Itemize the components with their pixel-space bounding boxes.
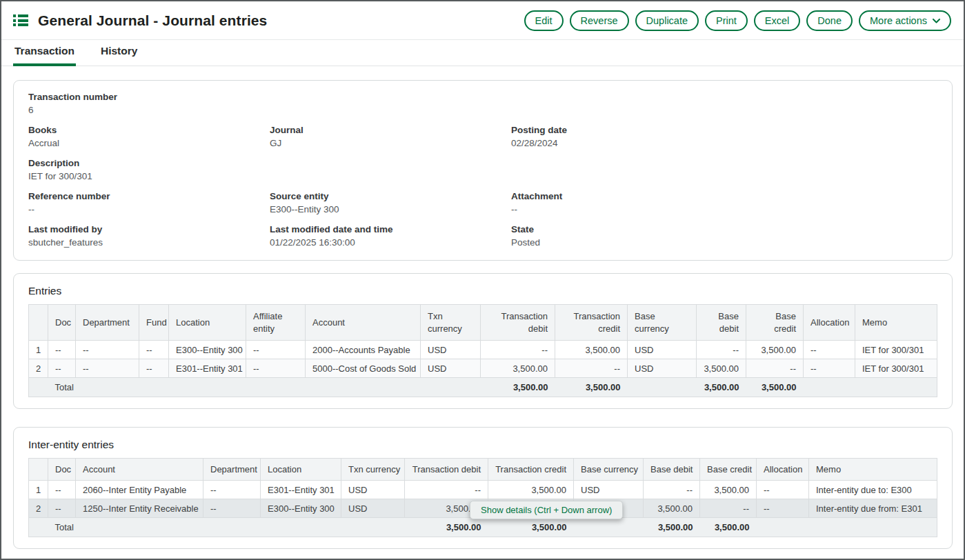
column-header: Location bbox=[261, 459, 341, 481]
cell-memo: IET for 300/301 bbox=[855, 359, 937, 378]
row-number: 2 bbox=[29, 499, 48, 518]
cell-doc: -- bbox=[48, 499, 76, 518]
column-header: Fund bbox=[139, 305, 169, 341]
entries-row-1[interactable]: 1 -- -- -- E300--Entity 300 -- 2000--Acc… bbox=[29, 341, 937, 359]
tab-transaction[interactable]: Transaction bbox=[13, 45, 76, 66]
field-value: Posted bbox=[511, 237, 935, 248]
done-button[interactable]: Done bbox=[806, 10, 853, 31]
page-title: General Journal - Journal entries bbox=[38, 12, 267, 29]
column-header: Allocation bbox=[804, 305, 855, 341]
field-label: State bbox=[511, 224, 935, 235]
column-header: Transaction debit bbox=[405, 459, 488, 481]
chevron-down-icon bbox=[933, 19, 940, 23]
column-header: Transaction credit bbox=[555, 305, 628, 341]
column-header: Base debit bbox=[644, 459, 700, 481]
field-reference-number: Reference number -- bbox=[28, 191, 270, 215]
cell-account: 2060--Inter Entity Payable bbox=[76, 481, 203, 499]
cell-memo: Inter-entity due to: E300 bbox=[809, 481, 937, 499]
cell-account: 1250--Inter Entity Receivable bbox=[76, 499, 203, 518]
cell-allocation: -- bbox=[757, 499, 809, 518]
field-value: 01/22/2025 16:30:00 bbox=[270, 237, 511, 248]
edit-button[interactable]: Edit bbox=[524, 10, 564, 31]
field-attachment: Attachment -- bbox=[511, 191, 935, 215]
entries-table: Doc Department Fund Location Affiliate e… bbox=[28, 304, 937, 397]
tooltip-text: Show details (Ctrl + Down arrow) bbox=[481, 505, 612, 515]
column-header: Allocation bbox=[757, 459, 809, 481]
total-transaction-debit: 3,500.00 bbox=[405, 518, 488, 537]
cell-fund: -- bbox=[139, 341, 169, 359]
field-label: Books bbox=[28, 125, 270, 136]
column-header: Base credit bbox=[700, 459, 757, 481]
cell-base-currency: USD bbox=[574, 481, 644, 499]
cell-transaction-debit: 3,500.00 bbox=[481, 359, 555, 378]
journal-entry-page: General Journal - Journal entries Edit R… bbox=[0, 0, 965, 560]
column-header: Account bbox=[306, 305, 421, 341]
column-header: Transaction debit bbox=[481, 305, 555, 341]
field-transaction-number: Transaction number 6 bbox=[28, 92, 270, 116]
more-actions-button[interactable]: More actions bbox=[859, 10, 951, 31]
tab-history[interactable]: History bbox=[99, 45, 139, 66]
top-bar: General Journal - Journal entries Edit R… bbox=[1, 1, 964, 40]
excel-button[interactable]: Excel bbox=[754, 10, 800, 31]
inter-entity-title: Inter-entity entries bbox=[28, 439, 937, 451]
cell-memo: Inter-entity due from: E301 bbox=[809, 499, 937, 518]
field-value: 6 bbox=[28, 105, 270, 116]
cell-department: -- bbox=[203, 499, 261, 518]
inter-entity-header-row: Doc Account Department Location Txn curr… bbox=[29, 459, 937, 481]
reverse-button[interactable]: Reverse bbox=[570, 10, 629, 31]
cell-location: E301--Entity 301 bbox=[261, 481, 341, 499]
cell-doc: -- bbox=[48, 481, 76, 499]
field-value: 02/28/2024 bbox=[511, 138, 935, 149]
column-header: Department bbox=[76, 305, 139, 341]
column-header: Base debit bbox=[697, 305, 746, 341]
entries-row-2[interactable]: 2 -- -- -- E301--Entity 301 -- 5000--Cos… bbox=[29, 359, 937, 378]
cell-base-credit: -- bbox=[746, 359, 804, 378]
column-header bbox=[29, 305, 48, 341]
duplicate-button[interactable]: Duplicate bbox=[635, 10, 699, 31]
inter-entity-row-1[interactable]: 1 -- 2060--Inter Entity Payable -- E301-… bbox=[29, 481, 937, 499]
field-description: Description IET for 300/301 bbox=[28, 158, 270, 182]
column-header: Affiliate entity bbox=[246, 305, 306, 341]
cell-fund: -- bbox=[139, 359, 169, 378]
column-header: Base currency bbox=[628, 305, 697, 341]
cell-transaction-credit: 3,500.00 bbox=[488, 481, 574, 499]
cell-base-debit: -- bbox=[644, 481, 700, 499]
column-header: Txn currency bbox=[341, 459, 405, 481]
field-journal: Journal GJ bbox=[270, 125, 511, 149]
field-value: -- bbox=[28, 204, 270, 215]
cell-txn-currency: USD bbox=[421, 359, 481, 378]
transaction-details-panel: Transaction number 6 Books Accrual Journ… bbox=[13, 80, 953, 261]
cell-affiliate-entity: -- bbox=[246, 341, 306, 359]
total-base-credit: 3,500.00 bbox=[700, 518, 757, 537]
cell-txn-currency: USD bbox=[341, 481, 405, 499]
cell-department: -- bbox=[203, 481, 261, 499]
field-label: Transaction number bbox=[28, 92, 270, 103]
field-label: Reference number bbox=[28, 191, 270, 202]
cell-allocation: -- bbox=[757, 481, 809, 499]
column-header: Memo bbox=[809, 459, 937, 481]
inter-entity-table: Doc Account Department Location Txn curr… bbox=[28, 458, 937, 537]
content-area: Transaction number 6 Books Accrual Journ… bbox=[1, 66, 964, 549]
cell-allocation: -- bbox=[804, 341, 855, 359]
total-transaction-debit: 3,500.00 bbox=[481, 378, 555, 397]
action-buttons: Edit Reverse Duplicate Print Excel Done … bbox=[524, 10, 951, 31]
field-posting-date: Posting date 02/28/2024 bbox=[511, 125, 935, 149]
list-menu-icon[interactable] bbox=[13, 14, 28, 26]
field-label: Source entity bbox=[270, 191, 511, 202]
total-label: Total bbox=[48, 518, 405, 537]
cell-base-currency: USD bbox=[628, 341, 697, 359]
cell-account: 2000--Accounts Payable bbox=[306, 341, 421, 359]
column-header: Department bbox=[203, 459, 261, 481]
column-header: Doc bbox=[48, 459, 76, 481]
field-source-entity: Source entity E300--Entity 300 bbox=[270, 191, 511, 215]
field-label: Posting date bbox=[511, 125, 935, 136]
more-actions-label: More actions bbox=[870, 15, 927, 26]
total-transaction-credit: 3,500.00 bbox=[555, 378, 628, 397]
cell-department: -- bbox=[76, 359, 139, 378]
entries-panel: Entries Doc Department Fund Location A bbox=[13, 273, 953, 409]
field-label: Journal bbox=[270, 125, 511, 136]
row-number: 1 bbox=[29, 341, 48, 359]
column-header: Transaction credit bbox=[488, 459, 574, 481]
print-button[interactable]: Print bbox=[705, 10, 748, 31]
total-base-credit: 3,500.00 bbox=[746, 378, 804, 397]
